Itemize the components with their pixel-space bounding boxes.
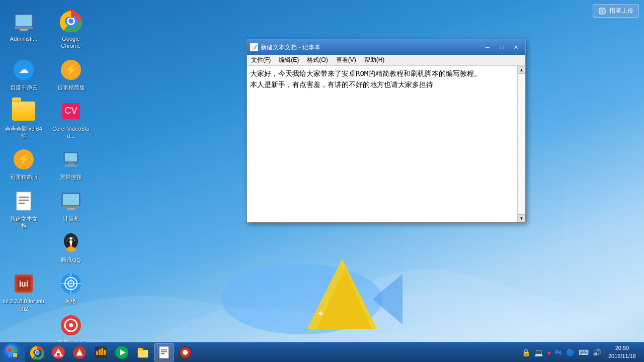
svg-rect-77	[99, 349, 101, 354]
taskbar-tools[interactable]	[91, 343, 111, 361]
desktop-icon-xunlei2[interactable]: ⚡ 迅雷精简版	[1, 144, 46, 184]
svg-text:↑: ↑	[601, 9, 604, 14]
svg-point-52	[69, 323, 73, 327]
desktop-icon-label-corel: Corel VideoStud...	[50, 125, 92, 140]
desktop-icon-label-chrome: GoogleChrome	[61, 35, 80, 50]
start-button[interactable]	[0, 342, 25, 363]
desktop-icon-newtext[interactable]: 新建文本文档	[1, 186, 46, 233]
desktop-icon-label-huiyin: 会声会影 x9 64位	[3, 125, 44, 140]
svg-rect-83	[138, 348, 143, 350]
menu-edit[interactable]: 编辑(E)	[275, 55, 303, 65]
tray-red[interactable]: ●	[546, 348, 552, 356]
top-right-label: 指掌上传	[609, 7, 633, 15]
notepad-small-icon: 📝	[250, 43, 258, 51]
desktop-icon-kuandai[interactable]: 宽带连接	[48, 144, 94, 184]
taskbar-chrome[interactable]	[27, 343, 47, 361]
top-right-upload-button[interactable]: ↑ 指掌上传	[593, 4, 639, 18]
close-button[interactable]: ✕	[509, 42, 522, 52]
desktop-icon-label-kuandai: 宽带连接	[60, 173, 82, 180]
tray-bluetooth[interactable]: 🔵	[565, 348, 576, 356]
svg-rect-30	[63, 194, 79, 205]
desktop-icon-label-administrator: Administr...	[10, 35, 37, 42]
svg-rect-24	[65, 165, 77, 166]
notepad-menubar: 文件(F) 编辑(E) 格式(O) 查看(V) 帮助(H)	[247, 55, 525, 66]
maximize-button[interactable]: □	[495, 42, 508, 52]
desktop-icon-corel[interactable]: CV Corel VideoStud...	[48, 96, 94, 143]
notepad-title: 新建文本文档 - 记事本	[261, 43, 320, 52]
clock-time: 20:50	[608, 344, 636, 352]
svg-text:CV: CV	[64, 106, 77, 116]
taskbar-sohu[interactable]	[48, 343, 68, 361]
svg-rect-79	[104, 349, 106, 354]
desktop-icons: Administr... GoogleChrome ☁	[0, 0, 106, 362]
menu-help[interactable]: 帮助(H)	[360, 55, 389, 65]
svg-text:✦: ✦	[317, 309, 325, 319]
notepad-window: 📝 新建文本文档 - 记事本 ─ □ ✕ 文件(F) 编辑(E) 格式(O) 查…	[247, 39, 526, 223]
svg-point-69	[36, 350, 39, 353]
svg-point-0	[221, 264, 382, 334]
svg-marker-1	[372, 274, 403, 324]
desktop-icon-huiyin[interactable]: 会声会影 x9 64位	[1, 96, 46, 143]
tray-icon2[interactable]: 💻	[533, 348, 544, 356]
menu-format[interactable]: 格式(O)	[303, 55, 332, 65]
taskbar-explorer[interactable]	[133, 343, 153, 361]
svg-text:iui: iui	[19, 280, 29, 288]
minimize-button[interactable]: ─	[481, 42, 494, 52]
svg-point-89	[183, 349, 188, 354]
tray-ps[interactable]: Ps	[554, 349, 562, 355]
svg-rect-8	[20, 29, 28, 31]
svg-marker-2	[307, 259, 377, 329]
notepad-titlebar-left: 📝 新建文本文档 - 记事本	[250, 43, 320, 52]
svg-rect-76	[96, 351, 98, 355]
desktop-icon-label-wangyi: 网络	[65, 298, 76, 305]
scroll-down[interactable]: ▼	[518, 214, 525, 222]
svg-point-72	[57, 352, 60, 355]
taskbar-apps	[25, 343, 517, 361]
desktop-icon-chrome[interactable]: GoogleChrome	[48, 6, 94, 53]
desktop-icon-iui[interactable]: iui iui 2.3.8.0 for touch2	[1, 268, 46, 315]
svg-rect-32	[67, 208, 75, 210]
desktop-icon-xunlei[interactable]: ⚡ 迅雷精简版	[48, 55, 94, 94]
taskbar-red-app[interactable]	[69, 343, 90, 361]
desktop-icon-computer[interactable]: 计算机	[48, 186, 94, 225]
svg-rect-7	[15, 27, 33, 29]
desktop-icon-label-xunlei2: 迅雷精简版	[10, 173, 38, 180]
taskbar-pps[interactable]	[112, 343, 132, 361]
taskbar: 🔒 💻 ● Ps 🔵 ⌨ 🔊 20:50 2016/11/18	[0, 342, 644, 362]
desktop-icon-baidu[interactable]: ☁ 百度千净云	[1, 55, 46, 94]
scroll-up[interactable]: ▲	[518, 66, 525, 74]
desktop-icon-qq[interactable]: 腾讯QQ	[48, 227, 94, 266]
svg-rect-22	[65, 153, 77, 161]
taskbar-red-circle[interactable]	[175, 343, 195, 361]
upload-icon: ↑	[598, 7, 606, 15]
svg-text:☁: ☁	[19, 64, 29, 75]
desktop-icon-label-newtext: 新建文本文档	[10, 215, 38, 230]
notepad-titlebar[interactable]: 📝 新建文本文档 - 记事本 ─ □ ✕	[247, 40, 525, 55]
clock-date: 2016/11/18	[608, 352, 636, 360]
notepad-content: 大家好，今天我给大家带来了安卓ROM的精简教程和刷机脚本的编写教程。 本人是新手…	[247, 66, 525, 222]
menu-view[interactable]: 查看(V)	[332, 55, 360, 65]
desktop-icon-wangyi[interactable]: 网络	[48, 268, 94, 308]
svg-point-12	[68, 19, 73, 24]
desktop-icon-label-baidu: 百度千净云	[10, 84, 38, 91]
desktop-icon-label-xunlei: 迅雷精简版	[57, 84, 85, 91]
system-tray: 🔒 💻 ● Ps 🔵 ⌨ 🔊 20:50 2016/11/18	[517, 342, 644, 363]
menu-file[interactable]: 文件(F)	[247, 55, 275, 65]
tray-keyboard[interactable]: ⌨	[578, 348, 590, 356]
svg-rect-25	[17, 192, 31, 210]
notepad-textarea[interactable]: 大家好，今天我给大家带来了安卓ROM的精简教程和刷机脚本的编写教程。 本人是新手…	[247, 66, 517, 222]
taskbar-notepad[interactable]	[154, 343, 174, 361]
svg-text:⚡: ⚡	[64, 63, 78, 76]
window-controls: ─ □ ✕	[481, 42, 522, 52]
svg-point-41	[66, 247, 76, 252]
start-orb	[4, 343, 22, 361]
svg-text:⚡: ⚡	[17, 152, 31, 166]
tray-network[interactable]: 🔒	[521, 348, 531, 356]
clock[interactable]: 20:50 2016/11/18	[604, 344, 640, 360]
scroll-track[interactable]	[518, 74, 525, 214]
tray-volume[interactable]: 🔊	[592, 348, 602, 356]
desktop-icon-administrator[interactable]: Administr...	[1, 6, 46, 45]
svg-rect-82	[138, 349, 148, 357]
svg-rect-84	[159, 346, 169, 358]
desktop-icon-label-computer: 计算机	[63, 215, 79, 222]
